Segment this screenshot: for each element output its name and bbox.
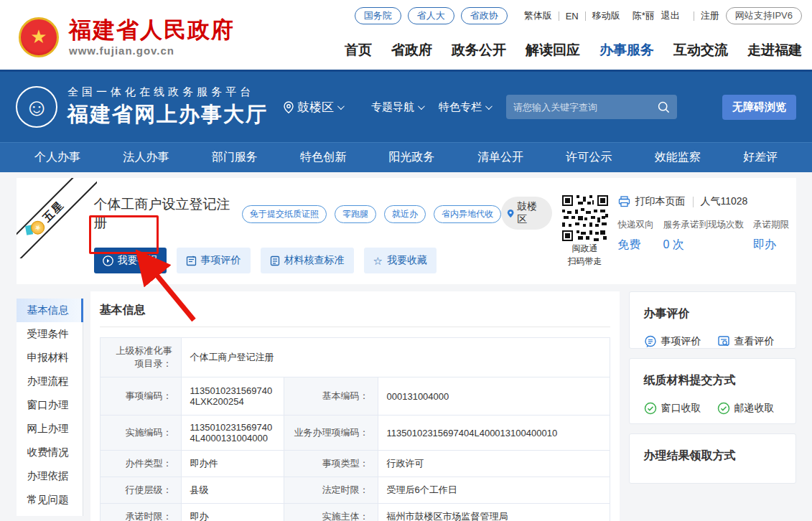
window-collection-option: 窗口收取 bbox=[644, 402, 701, 415]
nav-legal-person-services[interactable]: 法人办事 bbox=[123, 150, 169, 165]
nav-featured-innovation[interactable]: 特色创新 bbox=[300, 150, 346, 165]
sidebar-item-basic-info[interactable]: 基本信息 bbox=[17, 299, 83, 322]
check-circle-icon bbox=[717, 402, 730, 415]
nav-personal-services[interactable]: 个人办事 bbox=[34, 150, 80, 165]
row-label: 实施编码： bbox=[101, 416, 181, 450]
menu-topic-navigation[interactable]: 专题导航 bbox=[371, 100, 423, 114]
sidebar-item-online-handling[interactable]: 网上办理 bbox=[17, 417, 83, 441]
nav-efficiency-supervision[interactable]: 效能监察 bbox=[655, 150, 701, 165]
favorite-button-label: 我要收藏 bbox=[387, 254, 427, 267]
mail-collection-label: 邮递收取 bbox=[734, 402, 775, 415]
row-value: 即办件 bbox=[181, 451, 284, 477]
link-traditional-chinese[interactable]: 繁体版 bbox=[524, 9, 552, 22]
link-provincial-cppcc[interactable]: 省政协 bbox=[461, 7, 508, 24]
evaluation-card-title: 办事评价 bbox=[644, 306, 781, 321]
service-header-card: ★ 五星 个体工商户设立登记注册 免于提交纸质证照 零跑腿 就近办 省内异地代收… bbox=[17, 178, 796, 284]
nav-rating[interactable]: 好差评 bbox=[743, 150, 778, 165]
search-icon[interactable] bbox=[658, 101, 670, 113]
favorite-button[interactable]: ☆ 我要收藏 bbox=[364, 248, 437, 273]
divider bbox=[694, 11, 694, 21]
logout-link[interactable]: 退出 bbox=[661, 9, 680, 22]
sidebar-item-acceptance-conditions[interactable]: 受理条件 bbox=[17, 322, 83, 346]
site-url: www.fujian.gov.cn bbox=[69, 44, 235, 57]
accessibility-button[interactable]: 无障碍浏览 bbox=[722, 95, 796, 120]
row-value: 受理后6个工作日 bbox=[378, 477, 610, 503]
nav-services[interactable]: 办事服务 bbox=[599, 41, 654, 60]
row-value: 11350102315697404L400013100400010 bbox=[378, 416, 610, 450]
paper-submission-card: 纸质材料提交方式 窗口收取 邮递收取 bbox=[629, 358, 796, 424]
sidebar-item-legal-basis[interactable]: 办理依据 bbox=[17, 464, 83, 488]
primary-nav: 首页 省政府 政务公开 解读回应 办事服务 互动交流 走进福建 bbox=[345, 41, 802, 60]
link-state-council[interactable]: 国务院 bbox=[355, 7, 401, 24]
evaluation-item-label: 事项评价 bbox=[661, 335, 701, 348]
row-value: 行政许可 bbox=[378, 451, 610, 477]
doc-search-icon bbox=[717, 335, 730, 348]
window-collection-label: 窗口收取 bbox=[661, 402, 701, 415]
sidebar-item-faq[interactable]: 常见问题 bbox=[17, 488, 83, 512]
divider bbox=[585, 11, 586, 21]
print-link[interactable]: 打印本页面 bbox=[635, 195, 686, 208]
divider bbox=[693, 197, 694, 207]
row-label: 法定时限： bbox=[284, 477, 378, 503]
nav-provincial-gov[interactable]: 省政府 bbox=[391, 41, 432, 60]
site-header: ★ 福建省人民政府 www.fujian.gov.cn 国务院 省人大 省政协 … bbox=[0, 0, 812, 70]
emblem-star-icon: ★ bbox=[30, 26, 47, 48]
row-value: 个体工商户登记注册 bbox=[181, 338, 610, 377]
result-pickup-card-title: 办理结果领取方式 bbox=[644, 449, 781, 464]
sidebar-item-application-materials[interactable]: 申报材料 bbox=[17, 346, 83, 370]
location-pin-icon bbox=[507, 208, 514, 219]
table-row: 上级标准化事项目录： 个体工商户登记注册 bbox=[101, 338, 610, 377]
qr-code-block: 闽政通 扫码带走 bbox=[562, 195, 608, 267]
nav-home[interactable]: 首页 bbox=[345, 41, 372, 60]
view-evaluation-link[interactable]: 查看评价 bbox=[717, 335, 775, 348]
nav-list-publicity[interactable]: 清单公开 bbox=[477, 150, 523, 165]
register-link[interactable]: 注册 bbox=[701, 9, 719, 22]
district-selector[interactable]: 鼓楼区 bbox=[284, 99, 342, 116]
medal-icon: ★ bbox=[27, 217, 47, 237]
section-sidebar: 基本信息 受理条件 申报材料 办理流程 窗口办理 网上办理 收费情况 办理依据 … bbox=[17, 299, 83, 516]
search-input[interactable] bbox=[513, 102, 658, 113]
nav-license-publicity[interactable]: 许可公示 bbox=[566, 150, 612, 165]
chevron-down-icon bbox=[337, 103, 345, 110]
service-hall-banner: ☺ 全国一体化在线政务服务平台 福建省网上办事大厅 鼓楼区 专题导航 特色专栏 … bbox=[0, 70, 812, 142]
nav-department-services[interactable]: 部门服务 bbox=[212, 150, 258, 165]
table-row: 实施编码： 11350102315697404L4000131004000 业务… bbox=[101, 415, 610, 450]
district-selector-label: 鼓楼区 bbox=[297, 99, 334, 116]
service-nav: 个人办事 法人办事 部门服务 特色创新 阳光政务 清单公开 许可公示 效能监察 … bbox=[0, 142, 812, 172]
evaluate-button[interactable]: 事项评价 bbox=[177, 248, 251, 273]
username[interactable]: 陈*丽 bbox=[633, 9, 655, 22]
nav-gov-affairs[interactable]: 政务公开 bbox=[452, 41, 506, 60]
memo-icon bbox=[186, 255, 197, 266]
basic-info-table: 上级标准化事项目录： 个体工商户登记注册 事项编码： 1135010231569… bbox=[100, 337, 610, 521]
evaluation-card: 办事评价 事项评价 查看评价 bbox=[629, 291, 796, 349]
paper-submission-card-title: 纸质材料提交方式 bbox=[644, 373, 781, 388]
stat-site-visits: 服务承诺到现场次数 0 次 bbox=[663, 219, 745, 253]
qr-caption-line2: 扫码带走 bbox=[562, 256, 608, 267]
link-provincial-congress[interactable]: 省人大 bbox=[408, 7, 454, 24]
sidebar-item-window-handling[interactable]: 窗口办理 bbox=[17, 393, 83, 417]
link-mobile[interactable]: 移动版 bbox=[592, 9, 620, 22]
chevron-down-icon bbox=[418, 103, 425, 110]
apply-button[interactable]: 我要申报 bbox=[94, 248, 167, 273]
evaluation-item-link[interactable]: 事项评价 bbox=[644, 335, 701, 348]
menu-special-columns-label: 特色专栏 bbox=[439, 100, 482, 114]
result-pickup-card: 办理结果领取方式 bbox=[629, 433, 796, 484]
material-check-button[interactable]: 材料核查标准 bbox=[261, 248, 354, 273]
row-value: 11350102315697404LXK200254 bbox=[181, 377, 284, 415]
nav-interpretation[interactable]: 解读回应 bbox=[526, 41, 580, 60]
sidebar-item-fees[interactable]: 收费情况 bbox=[17, 441, 83, 464]
printer-icon bbox=[618, 196, 630, 207]
menu-special-columns[interactable]: 特色专栏 bbox=[439, 100, 490, 114]
tag-remote-collection: 省内异地代收 bbox=[434, 205, 501, 223]
table-row: 事项编码： 11350102315697404LXK200254 基本编码： 0… bbox=[101, 377, 610, 415]
sidebar-item-process[interactable]: 办理流程 bbox=[17, 370, 83, 393]
nav-about-fujian[interactable]: 走进福建 bbox=[747, 41, 802, 60]
nav-interaction[interactable]: 互动交流 bbox=[673, 41, 728, 60]
ribbon-label: 五星 bbox=[39, 198, 66, 225]
row-value: 即办 bbox=[181, 504, 284, 521]
nav-transparent-gov[interactable]: 阳光政务 bbox=[389, 150, 435, 165]
row-label: 办件类型： bbox=[101, 451, 181, 477]
divider bbox=[559, 11, 559, 21]
service-stats: 快递双向 免费 服务承诺到现场次数 0 次 承诺期限 即办 bbox=[618, 219, 785, 253]
link-english[interactable]: EN bbox=[566, 11, 579, 22]
